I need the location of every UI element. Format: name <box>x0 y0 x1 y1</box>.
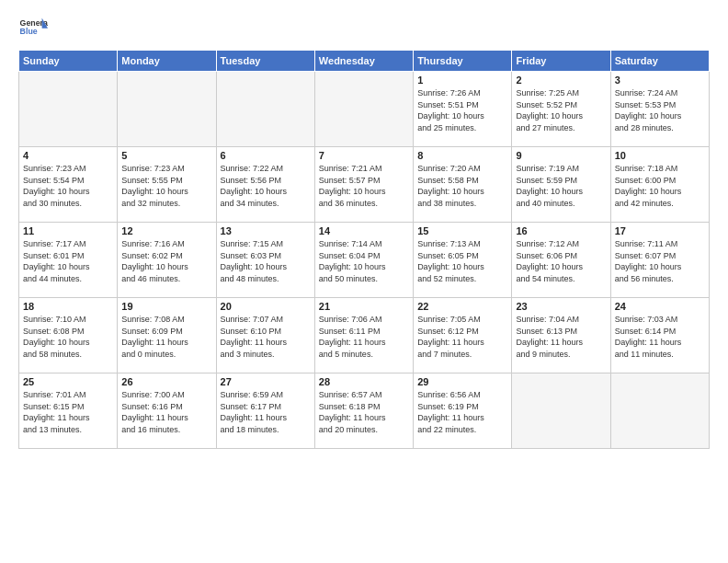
day-number: 5 <box>121 150 211 161</box>
day-number: 27 <box>221 376 311 387</box>
calendar-cell <box>610 373 709 449</box>
day-number: 3 <box>615 75 705 86</box>
day-number: 21 <box>319 301 409 312</box>
calendar-cell: 3Sunrise: 7:24 AM Sunset: 5:53 PM Daylig… <box>610 72 709 147</box>
day-number: 22 <box>417 301 507 312</box>
calendar-cell: 15Sunrise: 7:13 AM Sunset: 6:05 PM Dayli… <box>414 223 512 298</box>
calendar-cell: 25Sunrise: 7:01 AM Sunset: 6:15 PM Dayli… <box>19 373 118 449</box>
weekday-header-saturday: Saturday <box>610 51 709 72</box>
day-number: 29 <box>417 376 507 387</box>
day-info: Sunrise: 7:06 AM Sunset: 6:11 PM Dayligh… <box>319 314 409 360</box>
calendar-cell: 8Sunrise: 7:20 AM Sunset: 5:58 PM Daylig… <box>414 147 512 223</box>
weekday-header-friday: Friday <box>512 51 610 72</box>
weekday-header-row: SundayMondayTuesdayWednesdayThursdayFrid… <box>19 51 710 72</box>
calendar-cell <box>19 72 118 147</box>
header: General Blue <box>18 15 710 40</box>
day-number: 26 <box>121 376 211 387</box>
calendar-cell <box>512 373 610 449</box>
calendar-cell <box>118 72 216 147</box>
logo: General Blue <box>18 15 48 40</box>
calendar-cell: 17Sunrise: 7:11 AM Sunset: 6:07 PM Dayli… <box>610 223 709 298</box>
day-info: Sunrise: 6:59 AM Sunset: 6:17 PM Dayligh… <box>221 389 311 435</box>
day-info: Sunrise: 7:07 AM Sunset: 6:10 PM Dayligh… <box>221 314 311 360</box>
week-row-5: 25Sunrise: 7:01 AM Sunset: 6:15 PM Dayli… <box>19 373 710 449</box>
day-number: 16 <box>516 225 606 236</box>
calendar-cell: 18Sunrise: 7:10 AM Sunset: 6:08 PM Dayli… <box>19 298 118 373</box>
day-number: 14 <box>319 225 409 236</box>
calendar-cell: 23Sunrise: 7:04 AM Sunset: 6:13 PM Dayli… <box>512 298 610 373</box>
day-info: Sunrise: 7:04 AM Sunset: 6:13 PM Dayligh… <box>516 314 606 360</box>
day-info: Sunrise: 7:00 AM Sunset: 6:16 PM Dayligh… <box>121 389 211 435</box>
weekday-header-tuesday: Tuesday <box>216 51 314 72</box>
day-number: 9 <box>516 150 606 161</box>
day-info: Sunrise: 7:19 AM Sunset: 5:59 PM Dayligh… <box>516 163 606 209</box>
day-number: 25 <box>23 376 113 387</box>
calendar-cell: 24Sunrise: 7:03 AM Sunset: 6:14 PM Dayli… <box>610 298 709 373</box>
day-info: Sunrise: 7:01 AM Sunset: 6:15 PM Dayligh… <box>23 389 113 435</box>
day-number: 10 <box>615 150 705 161</box>
day-number: 7 <box>319 150 409 161</box>
calendar-table: SundayMondayTuesdayWednesdayThursdayFrid… <box>18 50 710 449</box>
day-number: 12 <box>121 225 211 236</box>
calendar-cell: 4Sunrise: 7:23 AM Sunset: 5:54 PM Daylig… <box>19 147 118 223</box>
day-info: Sunrise: 7:11 AM Sunset: 6:07 PM Dayligh… <box>615 238 705 284</box>
day-number: 28 <box>319 376 409 387</box>
week-row-3: 11Sunrise: 7:17 AM Sunset: 6:01 PM Dayli… <box>19 223 710 298</box>
svg-text:Blue: Blue <box>20 27 38 36</box>
calendar-cell: 12Sunrise: 7:16 AM Sunset: 6:02 PM Dayli… <box>118 223 216 298</box>
day-number: 23 <box>516 301 606 312</box>
logo-icon: General Blue <box>18 15 48 40</box>
day-number: 4 <box>23 150 113 161</box>
day-info: Sunrise: 7:20 AM Sunset: 5:58 PM Dayligh… <box>417 163 507 209</box>
weekday-header-monday: Monday <box>118 51 216 72</box>
day-number: 24 <box>615 301 705 312</box>
calendar-cell: 9Sunrise: 7:19 AM Sunset: 5:59 PM Daylig… <box>512 147 610 223</box>
calendar-cell: 19Sunrise: 7:08 AM Sunset: 6:09 PM Dayli… <box>118 298 216 373</box>
day-info: Sunrise: 7:08 AM Sunset: 6:09 PM Dayligh… <box>121 314 211 360</box>
calendar-cell: 16Sunrise: 7:12 AM Sunset: 6:06 PM Dayli… <box>512 223 610 298</box>
day-info: Sunrise: 7:24 AM Sunset: 5:53 PM Dayligh… <box>615 87 705 133</box>
day-info: Sunrise: 7:14 AM Sunset: 6:04 PM Dayligh… <box>319 238 409 284</box>
calendar-cell: 10Sunrise: 7:18 AM Sunset: 6:00 PM Dayli… <box>610 147 709 223</box>
week-row-4: 18Sunrise: 7:10 AM Sunset: 6:08 PM Dayli… <box>19 298 710 373</box>
day-info: Sunrise: 7:21 AM Sunset: 5:57 PM Dayligh… <box>319 163 409 209</box>
calendar-cell: 27Sunrise: 6:59 AM Sunset: 6:17 PM Dayli… <box>216 373 314 449</box>
calendar-cell: 5Sunrise: 7:23 AM Sunset: 5:55 PM Daylig… <box>118 147 216 223</box>
day-number: 1 <box>417 75 507 86</box>
calendar-cell: 1Sunrise: 7:26 AM Sunset: 5:51 PM Daylig… <box>414 72 512 147</box>
day-info: Sunrise: 7:12 AM Sunset: 6:06 PM Dayligh… <box>516 238 606 284</box>
calendar-cell: 21Sunrise: 7:06 AM Sunset: 6:11 PM Dayli… <box>314 298 413 373</box>
day-number: 6 <box>221 150 311 161</box>
day-info: Sunrise: 7:17 AM Sunset: 6:01 PM Dayligh… <box>23 238 113 284</box>
day-number: 20 <box>221 301 311 312</box>
day-info: Sunrise: 7:16 AM Sunset: 6:02 PM Dayligh… <box>121 238 211 284</box>
day-number: 15 <box>417 225 507 236</box>
day-number: 19 <box>121 301 211 312</box>
day-info: Sunrise: 6:57 AM Sunset: 6:18 PM Dayligh… <box>319 389 409 435</box>
day-number: 13 <box>221 225 311 236</box>
day-info: Sunrise: 7:23 AM Sunset: 5:55 PM Dayligh… <box>121 163 211 209</box>
week-row-2: 4Sunrise: 7:23 AM Sunset: 5:54 PM Daylig… <box>19 147 710 223</box>
calendar-cell <box>314 72 413 147</box>
day-info: Sunrise: 7:25 AM Sunset: 5:52 PM Dayligh… <box>516 87 606 133</box>
day-number: 11 <box>23 225 113 236</box>
day-info: Sunrise: 7:22 AM Sunset: 5:56 PM Dayligh… <box>221 163 311 209</box>
day-info: Sunrise: 7:03 AM Sunset: 6:14 PM Dayligh… <box>615 314 705 360</box>
day-number: 17 <box>615 225 705 236</box>
weekday-header-sunday: Sunday <box>19 51 118 72</box>
day-info: Sunrise: 7:23 AM Sunset: 5:54 PM Dayligh… <box>23 163 113 209</box>
calendar-cell: 20Sunrise: 7:07 AM Sunset: 6:10 PM Dayli… <box>216 298 314 373</box>
day-info: Sunrise: 7:13 AM Sunset: 6:05 PM Dayligh… <box>417 238 507 284</box>
calendar-cell: 29Sunrise: 6:56 AM Sunset: 6:19 PM Dayli… <box>414 373 512 449</box>
day-info: Sunrise: 7:10 AM Sunset: 6:08 PM Dayligh… <box>23 314 113 360</box>
calendar-cell: 14Sunrise: 7:14 AM Sunset: 6:04 PM Dayli… <box>314 223 413 298</box>
day-info: Sunrise: 7:05 AM Sunset: 6:12 PM Dayligh… <box>417 314 507 360</box>
calendar-cell: 6Sunrise: 7:22 AM Sunset: 5:56 PM Daylig… <box>216 147 314 223</box>
calendar-cell: 2Sunrise: 7:25 AM Sunset: 5:52 PM Daylig… <box>512 72 610 147</box>
calendar-cell: 7Sunrise: 7:21 AM Sunset: 5:57 PM Daylig… <box>314 147 413 223</box>
week-row-1: 1Sunrise: 7:26 AM Sunset: 5:51 PM Daylig… <box>19 72 710 147</box>
day-number: 18 <box>23 301 113 312</box>
calendar-cell: 11Sunrise: 7:17 AM Sunset: 6:01 PM Dayli… <box>19 223 118 298</box>
calendar-cell: 28Sunrise: 6:57 AM Sunset: 6:18 PM Dayli… <box>314 373 413 449</box>
weekday-header-thursday: Thursday <box>414 51 512 72</box>
